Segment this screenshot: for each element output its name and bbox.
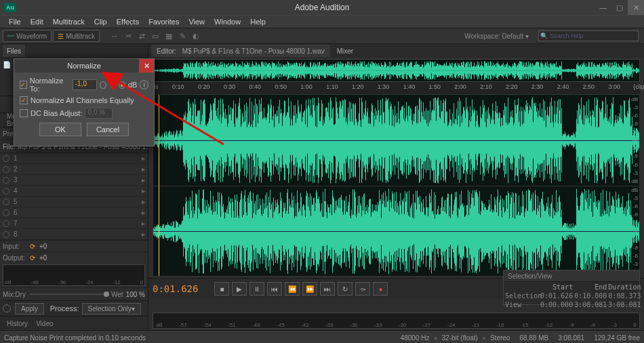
effect-slot[interactable]: 2▸: [0, 164, 148, 175]
sv-sel-start[interactable]: 0:01.626: [540, 292, 573, 300]
all-channels-checkbox[interactable]: [20, 96, 28, 104]
tab-files[interactable]: Files: [3, 45, 25, 57]
timeline-mark: 1:00: [300, 83, 313, 90]
normalize-value-input[interactable]: -1,0: [73, 79, 98, 90]
dialog-title-bar[interactable]: Normalize ✕: [14, 59, 154, 73]
status-duration: 3:08.081: [558, 334, 584, 342]
power-icon[interactable]: [3, 220, 9, 227]
skip-button[interactable]: ⤼: [355, 282, 370, 296]
status-channels: Stereo: [490, 334, 510, 342]
next-button[interactable]: ⏭: [320, 282, 335, 296]
app-title: Adobe Audition: [0, 3, 644, 12]
stop-button[interactable]: ■: [214, 282, 229, 296]
all-channels-label: Normalize All Channels Equally: [31, 96, 134, 104]
forward-button[interactable]: ⏩: [302, 282, 317, 296]
timeline-ruler[interactable]: hms0:100:200:300:400:501:001:101:201:301…: [153, 82, 640, 94]
play-button[interactable]: ▶: [232, 282, 247, 296]
workspace-selector[interactable]: Workspace: Default ▾: [464, 33, 529, 40]
files-panel-tabs: Files: [0, 44, 148, 58]
ok-button[interactable]: OK: [39, 123, 81, 136]
power-icon[interactable]: [3, 199, 9, 205]
brush-tool-icon[interactable]: ✎: [176, 31, 188, 41]
input-gain-row[interactable]: Input:⟳+0: [0, 240, 148, 251]
heal-tool-icon[interactable]: ◐: [190, 31, 202, 41]
unit-db-radio[interactable]: [119, 81, 125, 89]
info-icon[interactable]: i: [140, 80, 148, 89]
selection-tool-icon[interactable]: ▭: [149, 31, 161, 41]
mode-multitrack-button[interactable]: ☰Multitrack: [53, 30, 100, 42]
tab-editor[interactable]: Editor: M$ PuP$ & F1ns & T1One - Розы 48…: [151, 45, 330, 57]
dc-bias-checkbox[interactable]: [20, 109, 28, 117]
overview-canvas: [153, 60, 639, 81]
record-button[interactable]: ●: [373, 282, 388, 296]
dialog-close-button[interactable]: ✕: [139, 59, 154, 73]
power-icon[interactable]: [3, 209, 9, 216]
power-icon[interactable]: [3, 177, 9, 184]
search-help-input[interactable]: Search Help: [538, 31, 639, 41]
apply-button[interactable]: Apply: [15, 303, 44, 315]
menu-edit[interactable]: Edit: [26, 18, 48, 26]
menu-multitrack[interactable]: Multitrack: [48, 18, 89, 26]
status-bitdepth: 32-bit (float): [442, 334, 478, 342]
effect-slot[interactable]: 5▸: [0, 197, 148, 207]
effect-slot[interactable]: 7▸: [0, 218, 148, 229]
rewind-button[interactable]: ⏪: [285, 282, 300, 296]
mix-row[interactable]: Mix:Dry Wet100 %: [0, 287, 148, 300]
move-tool-icon[interactable]: ↔: [108, 31, 121, 41]
tab-history[interactable]: History: [3, 317, 32, 329]
rack-power-icon[interactable]: [3, 304, 11, 312]
waveform-overview[interactable]: [153, 59, 640, 82]
effects-rack-panel: Presets: (Default) 💾 🗑 File: M$ PuP$ & F…: [0, 127, 148, 316]
output-gain-row[interactable]: Output:⟳+0: [0, 251, 148, 263]
sv-view-end[interactable]: 3:08.081: [574, 301, 607, 308]
sv-sel-end[interactable]: 0:10.000: [574, 292, 607, 300]
slip-tool-icon[interactable]: ⇄: [136, 31, 148, 41]
timeline-mark: 2:40: [557, 83, 569, 90]
mode-waveform-button[interactable]: 〰Waveform: [3, 30, 52, 42]
effect-slot[interactable]: 4▸: [0, 186, 148, 197]
power-icon[interactable]: [3, 155, 9, 162]
tab-mixer[interactable]: Mixer: [331, 45, 359, 57]
menu-favorites[interactable]: Favorites: [144, 18, 184, 26]
effect-slot[interactable]: 1▸: [0, 153, 148, 164]
razor-tool-icon[interactable]: ✂: [122, 31, 134, 41]
menu-view[interactable]: View: [184, 18, 209, 26]
playhead[interactable]: [159, 95, 159, 276]
sv-view-start[interactable]: 0:00.000: [540, 301, 573, 308]
effect-slot[interactable]: 3▸: [0, 175, 148, 186]
selection-view-tab[interactable]: Selection/View: [504, 270, 639, 282]
pause-button[interactable]: ⏸: [249, 282, 264, 296]
waveform-editor[interactable]: dB-3-6-9-18-∞-18-9-6-3dB dB-3-6-9-18-∞-1…: [153, 94, 640, 277]
prev-button[interactable]: ⏮: [267, 282, 282, 296]
unit-percent-radio[interactable]: [100, 81, 106, 89]
normalize-dialog: Normalize ✕ Normalize To: -1,0 % dB i No…: [14, 58, 155, 146]
effect-slot[interactable]: 6▸: [0, 207, 148, 218]
effect-slot[interactable]: 8▸: [0, 229, 148, 240]
menu-window[interactable]: Window: [209, 18, 245, 26]
tab-video[interactable]: Video: [32, 317, 57, 329]
status-filesize: 68,88 MB: [519, 334, 548, 342]
power-icon[interactable]: [3, 188, 9, 195]
normalize-to-checkbox[interactable]: [20, 81, 27, 89]
time-display[interactable]: 0:01.626: [153, 283, 198, 294]
power-icon[interactable]: [3, 231, 9, 238]
marquee-tool-icon[interactable]: ▦: [163, 31, 175, 41]
sv-selection-label: Selection: [505, 292, 539, 300]
cancel-button[interactable]: Cancel: [87, 123, 129, 136]
timeline-mark: 1:50: [428, 83, 441, 90]
loop-button[interactable]: ↻: [338, 282, 353, 296]
db-label: dB: [128, 81, 137, 89]
power-icon[interactable]: [3, 166, 9, 173]
menu-help[interactable]: Help: [245, 18, 270, 26]
timeline-mark: 1:10: [326, 83, 338, 90]
mix-slider[interactable]: [30, 294, 107, 295]
sv-sel-dur[interactable]: 0:08.373: [608, 292, 641, 300]
process-select[interactable]: Selection Only ▾: [82, 303, 141, 315]
timeline-mark: 1:20: [352, 83, 364, 90]
sv-view-dur[interactable]: 3:08.081: [608, 301, 641, 308]
menu-effects[interactable]: Effects: [112, 18, 144, 26]
menu-file[interactable]: File: [4, 18, 26, 26]
open-file-icon[interactable]: 📄: [3, 61, 11, 68]
levels-meter: dB-57-54-51-48-45-42-39-36-33-30-27-24-2…: [153, 312, 640, 329]
menu-clip[interactable]: Clip: [89, 18, 112, 26]
